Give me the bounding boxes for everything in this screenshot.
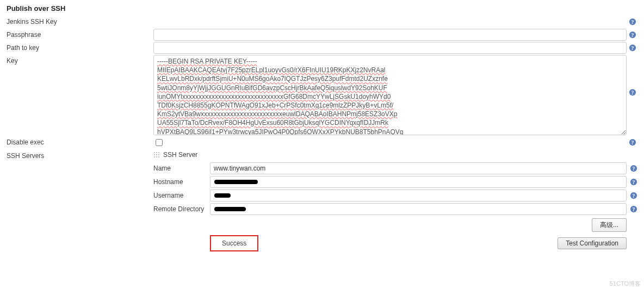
drag-handle-icon[interactable]	[153, 152, 160, 158]
server-remote-dir-label: Remote Directory	[153, 204, 210, 214]
server-name-input[interactable]	[210, 162, 627, 174]
status-success: Success	[210, 235, 258, 251]
help-icon[interactable]: ?	[630, 192, 637, 201]
help-icon[interactable]: ?	[628, 18, 637, 26]
advanced-button[interactable]: 高级...	[592, 218, 627, 232]
ssh-server-heading: SSH Server	[163, 151, 197, 159]
disable-exec-checkbox[interactable]	[156, 139, 163, 146]
help-icon[interactable]: ?	[630, 205, 637, 215]
svg-text:?: ?	[631, 45, 634, 51]
jenkins-ssh-key-label: Jenkins SSH Key	[7, 16, 153, 28]
help-icon[interactable]: ?	[628, 31, 637, 39]
svg-text:?: ?	[633, 166, 635, 172]
passphrase-input[interactable]	[153, 29, 627, 41]
help-icon[interactable]: ?	[630, 165, 637, 174]
ssh-servers-label: SSH Servers	[7, 150, 153, 162]
server-hostname-input[interactable]	[210, 176, 627, 188]
help-icon[interactable]: ?	[628, 138, 637, 146]
server-username-label: Username	[153, 191, 210, 200]
path-to-key-label: Path to key	[7, 42, 153, 54]
key-label: Key	[7, 55, 153, 67]
server-hostname-label: Hostname	[153, 177, 210, 187]
svg-text:?: ?	[631, 140, 634, 146]
help-icon[interactable]: ?	[628, 89, 637, 96]
key-textarea[interactable]	[153, 55, 627, 135]
passphrase-label: Passphrase	[7, 29, 153, 41]
svg-text:?: ?	[633, 179, 635, 185]
path-to-key-input[interactable]	[153, 42, 627, 54]
disable-exec-label: Disable exec	[7, 136, 153, 148]
test-configuration-button[interactable]: Test Configuration	[558, 237, 627, 249]
server-remote-dir-input[interactable]	[210, 203, 627, 215]
svg-text:?: ?	[631, 90, 634, 96]
section-title: Publish over SSH	[7, 4, 637, 12]
help-icon[interactable]: ?	[630, 178, 637, 187]
server-name-label: Name	[153, 163, 210, 173]
svg-text:?: ?	[631, 32, 634, 38]
svg-text:?: ?	[633, 206, 635, 212]
svg-text:?: ?	[633, 193, 635, 199]
svg-text:?: ?	[631, 19, 634, 25]
help-icon[interactable]: ?	[628, 44, 637, 52]
server-username-input[interactable]	[210, 190, 627, 201]
